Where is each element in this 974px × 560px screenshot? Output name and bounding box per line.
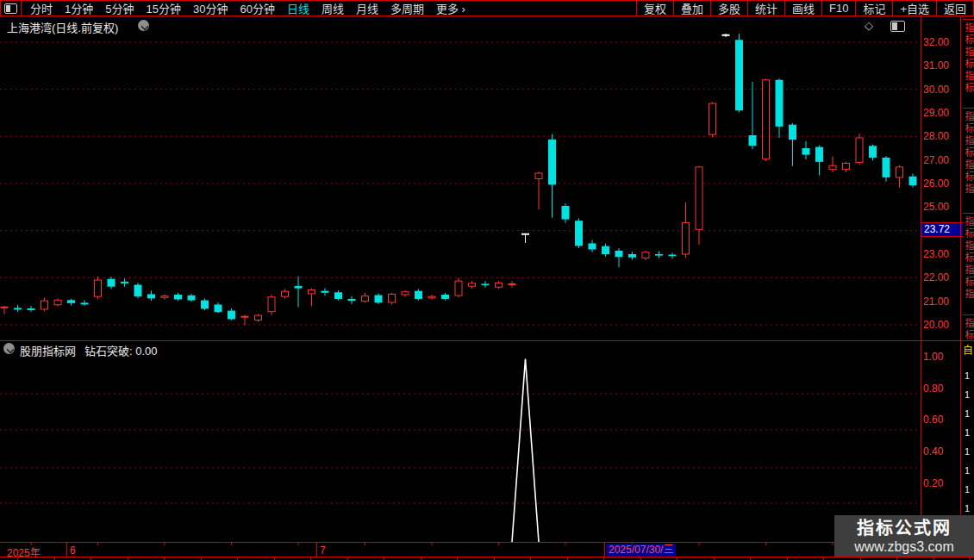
price-axis-label: 28.00 <box>923 131 959 141</box>
indicator-axis-label: 0.80 <box>923 383 959 394</box>
frame-lines <box>0 16 974 542</box>
sidebar-strip[interactable]: 指标指标指标指标指标指标指指标指标指标指指标自11111111 <box>960 17 974 515</box>
price-axis-label: 20.00 <box>923 320 959 330</box>
indicator-spike <box>512 359 539 542</box>
price-axis-label: 32.00 <box>923 37 959 47</box>
strip-digit: 1 <box>965 427 970 438</box>
app-window: 分时1分钟5分钟15分钟30分钟60分钟日线周线月线多周期更多 › 复权叠加多股… <box>0 0 974 560</box>
strip-digit: 1 <box>965 465 970 476</box>
price-axis-label: 30.00 <box>923 84 959 95</box>
candlestick-chart[interactable] <box>0 0 974 560</box>
watermark: 指标公式网 www.zbgs3.com <box>834 515 974 557</box>
strip-digit: 1 <box>965 370 970 381</box>
strip-section-link[interactable]: 指标指标指标指 <box>963 213 974 316</box>
month-label-june: 6 <box>70 544 76 557</box>
price-axis-label: 21.00 <box>923 296 959 307</box>
chevron-down-icon[interactable] <box>3 343 15 354</box>
price-axis-label: 27.00 <box>923 155 959 165</box>
price-axis-label: 22.00 <box>923 272 959 283</box>
month-label-july: 7 <box>320 544 326 557</box>
strip-digit: 1 <box>965 484 970 495</box>
candles-group <box>1 34 917 325</box>
watermark-title: 指标公式网 <box>857 518 952 538</box>
indicator-axis-label: 0.20 <box>923 478 959 488</box>
current-price-tag: 23.72 <box>921 222 963 237</box>
indicator-axis-label: 1.00 <box>923 352 959 362</box>
strip-highlight-char[interactable]: 自 <box>963 342 973 357</box>
date-axis-bar: 2025年 6 7 2025/07/30/三 <box>0 542 974 557</box>
price-axis-label: 31.00 <box>923 60 959 71</box>
strip-section-link[interactable]: 指标指标指标 <box>963 19 974 109</box>
strip-digit: 1 <box>965 446 970 457</box>
strip-digit: 1 <box>965 389 970 400</box>
strip-section-link[interactable]: 指标指标指标指 <box>963 108 974 215</box>
price-axis-label: 26.00 <box>923 178 959 189</box>
watermark-url: www.zbgs3.com <box>854 538 954 555</box>
strip-digit: 1 <box>965 503 970 513</box>
strip-section-link[interactable]: 指标 <box>963 314 974 342</box>
strip-digit: 1 <box>965 408 970 419</box>
date-tag: 2025/07/30/三 <box>606 544 676 556</box>
price-axis-label: 25.00 <box>923 202 959 212</box>
indicator-axis-label: 0.60 <box>923 414 959 425</box>
indicator-value-label: 钻石突破: 0.00 <box>84 342 158 358</box>
price-axis-label: 23.00 <box>923 249 959 259</box>
indicator-axis-label: 0.40 <box>923 446 959 457</box>
price-axis-label: 29.00 <box>923 108 959 118</box>
indicator-source-label: 股朋指标网 <box>20 342 76 358</box>
